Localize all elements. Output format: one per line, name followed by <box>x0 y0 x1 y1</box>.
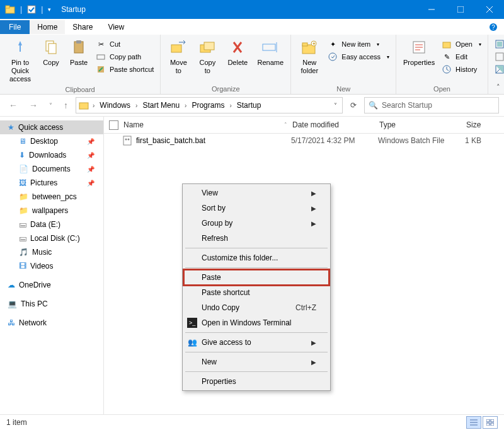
checkbox-icon[interactable] <box>27 5 36 14</box>
breadcrumb[interactable]: Start Menu <box>141 101 181 110</box>
copy-to-button[interactable]: Copy to <box>193 37 221 76</box>
sidebar-item-between-pcs[interactable]: 📁between_pcs <box>0 190 103 204</box>
breadcrumb[interactable]: Windows <box>98 101 132 110</box>
chevron-right-icon[interactable]: › <box>134 102 139 109</box>
up-button[interactable]: ↑ <box>60 99 72 112</box>
svg-rect-11 <box>49 44 56 54</box>
copy-path-button[interactable]: Copy path <box>93 51 156 62</box>
sidebar-item-desktop[interactable]: 🖥Desktop📌 <box>0 134 103 148</box>
ctx-give-access[interactable]: 👥Give access to▶ <box>184 335 329 350</box>
select-all-button[interactable]: Select all <box>492 38 504 50</box>
svg-rect-44 <box>486 423 490 426</box>
shortcut-icon <box>96 64 106 74</box>
col-name[interactable]: Name˄ <box>118 120 287 129</box>
sidebar-item-data-e[interactable]: 🖴Data (E:) <box>0 218 103 231</box>
pin-quick-access-button[interactable]: Pin to Quick access <box>4 37 37 84</box>
invert-selection-button[interactable]: Invert selection <box>492 64 504 75</box>
ctx-customize[interactable]: Customize this folder... <box>184 250 329 265</box>
rename-button[interactable]: Rename <box>254 37 287 68</box>
ctx-sort-by[interactable]: Sort by▶ <box>184 200 329 216</box>
new-folder-button[interactable]: ✦New folder <box>295 37 324 76</box>
select-all-checkbox[interactable] <box>109 120 118 130</box>
ctx-view[interactable]: View▶ <box>184 185 329 200</box>
col-type[interactable]: Type <box>374 120 461 129</box>
minimize-button[interactable] <box>417 0 446 19</box>
drive-icon: 🖴 <box>19 220 26 229</box>
recent-locations-button[interactable]: ˅ <box>45 101 56 110</box>
sidebar-item-onedrive[interactable]: ☁OneDrive <box>0 278 103 292</box>
ribbon: Pin to Quick access Copy Paste ✂Cut Copy… <box>0 35 504 95</box>
edit-button[interactable]: ✎Edit <box>439 51 484 62</box>
folder-icon: 📁 <box>19 192 28 201</box>
properties-button[interactable]: Properties <box>400 37 438 68</box>
open-button[interactable]: Open▾ <box>439 38 484 50</box>
ctx-properties[interactable]: Properties <box>184 374 329 389</box>
col-size[interactable]: Size <box>461 120 504 129</box>
sidebar-item-quick-access[interactable]: ★Quick access <box>0 120 103 134</box>
select-none-button[interactable]: Select none <box>492 51 504 62</box>
sidebar-item-music[interactable]: 🎵Music <box>0 245 103 259</box>
chevron-right-icon[interactable]: › <box>91 102 96 109</box>
col-date[interactable]: Date modified <box>287 120 374 129</box>
group-clipboard: Pin to Quick access Copy Paste ✂Cut Copy… <box>0 35 161 94</box>
maximize-button[interactable] <box>446 0 475 19</box>
history-button[interactable]: History <box>439 64 484 75</box>
address-bar[interactable]: › Windows› Start Menu› Programs› Startup… <box>76 97 343 113</box>
ctx-paste[interactable]: Paste <box>184 270 329 285</box>
details-view-button[interactable] <box>466 416 481 429</box>
tab-view[interactable]: View <box>100 20 132 34</box>
file-list[interactable]: Name˄ Date modified Type Size first_basi… <box>104 117 504 417</box>
ctx-paste-shortcut[interactable]: Paste shortcut <box>184 285 329 300</box>
paste-shortcut-button[interactable]: Paste shortcut <box>93 64 156 75</box>
ctx-open-terminal[interactable]: >_Open in Windows Terminal <box>184 315 329 330</box>
cut-button[interactable]: ✂Cut <box>93 38 156 50</box>
svg-rect-18 <box>204 42 214 50</box>
svg-rect-30 <box>497 42 502 47</box>
tab-home[interactable]: Home <box>30 20 65 34</box>
ctx-refresh[interactable]: Refresh <box>184 231 329 246</box>
copy-button[interactable]: Copy <box>38 37 64 68</box>
svg-text:✦: ✦ <box>312 41 316 47</box>
new-item-button[interactable]: ✦New item▾ <box>325 38 392 50</box>
collapse-ribbon-icon[interactable]: ˄ <box>496 83 500 91</box>
sidebar-item-wallpapers[interactable]: 📁wallpapers <box>0 204 103 218</box>
group-label: Organize <box>212 84 240 93</box>
move-to-button[interactable]: Move to <box>164 37 192 76</box>
chevron-right-icon[interactable]: › <box>228 102 232 109</box>
help-button[interactable]: ? <box>483 20 504 34</box>
newitem-icon: ✦ <box>328 39 338 49</box>
ctx-new[interactable]: New▶ <box>184 354 329 369</box>
refresh-button[interactable]: ⟳ <box>346 101 360 110</box>
ctx-undo-copy[interactable]: Undo CopyCtrl+Z <box>184 300 329 315</box>
sidebar-item-pictures[interactable]: 🖼Pictures📌 <box>0 176 103 190</box>
large-icons-view-button[interactable] <box>483 416 498 429</box>
close-button[interactable] <box>475 0 504 19</box>
pin-icon <box>11 38 29 56</box>
tab-file[interactable]: File <box>0 20 30 34</box>
breadcrumb[interactable]: Startup <box>236 101 263 110</box>
chevron-right-icon[interactable]: › <box>183 102 188 109</box>
sidebar-item-videos[interactable]: 🎞Videos <box>0 259 103 273</box>
delete-button[interactable]: Delete <box>222 37 253 68</box>
sidebar-item-local-c[interactable]: 🖴Local Disk (C:) <box>0 231 103 245</box>
paste-button[interactable]: Paste <box>66 37 92 68</box>
svg-rect-27 <box>443 42 450 48</box>
folder-icon <box>79 100 89 110</box>
pin-icon: 📌 <box>87 138 94 145</box>
sidebar-item-downloads[interactable]: ⬇Downloads📌 <box>0 148 103 162</box>
search-input[interactable]: 🔍 Search Startup <box>364 97 499 113</box>
address-dropdown-icon[interactable]: ˅ <box>334 102 340 109</box>
easy-access-button[interactable]: Easy access▾ <box>325 51 392 62</box>
downloads-icon: ⬇ <box>19 151 25 160</box>
sidebar-item-network[interactable]: 🖧Network <box>0 316 103 330</box>
sidebar-item-this-pc[interactable]: 💻This PC <box>0 297 103 311</box>
ctx-group-by[interactable]: Group by▶ <box>184 216 329 231</box>
tab-share[interactable]: Share <box>65 20 100 34</box>
forward-button[interactable]: → <box>25 99 42 112</box>
sidebar-item-documents[interactable]: 📄Documents📌 <box>0 162 103 176</box>
back-button[interactable]: ← <box>5 99 21 112</box>
qat-separator: | <box>41 5 43 14</box>
breadcrumb[interactable]: Programs <box>190 101 226 110</box>
separator <box>185 371 328 372</box>
file-row[interactable]: first_basic_batch.bat 5/17/2021 4:32 PM … <box>104 134 504 148</box>
